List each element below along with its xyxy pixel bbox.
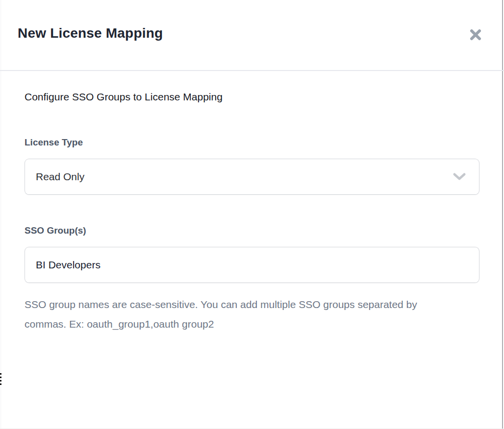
sso-groups-help-text: SSO group names are case-sensitive. You … [25,295,444,334]
license-type-label: License Type [25,137,83,148]
header-divider [0,70,504,71]
close-button[interactable] [465,24,486,45]
page-left-edge [0,0,1,429]
page-right-edge-line [502,0,503,429]
modal-title: New License Mapping [18,25,163,41]
license-mapping-modal: New License Mapping Configure SSO Groups… [0,0,504,429]
license-type-select[interactable]: Read Only [25,159,479,195]
close-icon [468,27,483,42]
license-type-selected-value: Read Only [36,171,84,183]
intro-text: Configure SSO Groups to License Mapping [25,91,223,103]
chevron-down-icon [452,172,467,182]
clipped-menu-icon [0,373,1,386]
sso-groups-label: SSO Group(s) [25,225,86,236]
sso-groups-input[interactable] [25,247,479,283]
